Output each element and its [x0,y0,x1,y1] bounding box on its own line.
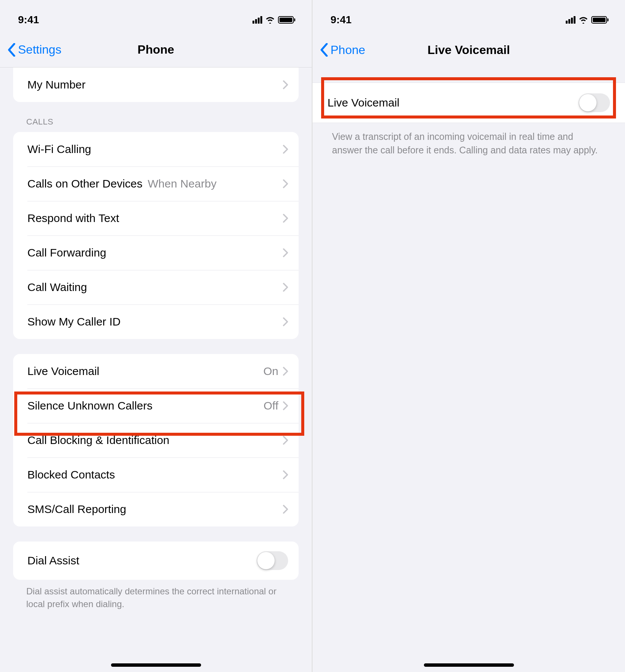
cellular-signal-icon [252,16,262,24]
chevron-right-icon [283,470,288,479]
row-label: SMS/Call Reporting [27,503,283,516]
status-time: 9:41 [331,14,352,26]
row-call-forwarding[interactable]: Call Forwarding [13,236,299,270]
row-live-voicemail-toggle[interactable]: Live Voicemail [312,82,625,123]
status-time: 9:41 [18,14,39,26]
status-bar: 9:41 [312,0,625,32]
chevron-right-icon [283,283,288,292]
row-label: Dial Assist [27,554,257,567]
row-silence-unknown-callers[interactable]: Silence Unknown Callers Off [13,388,299,423]
row-call-waiting[interactable]: Call Waiting [13,270,299,304]
row-blocked-contacts[interactable]: Blocked Contacts [13,458,299,492]
chevron-right-icon [283,401,288,410]
row-label: Call Waiting [27,281,283,294]
row-label: My Number [27,78,283,91]
home-indicator[interactable] [111,663,201,667]
live-voicemail-screen: 9:41 Phone Live Voicemail Live Voicemail… [312,0,625,672]
chevron-right-icon [283,80,288,89]
home-indicator[interactable] [424,663,514,667]
row-show-my-caller-id[interactable]: Show My Caller ID [13,304,299,339]
live-voicemail-toggle[interactable] [578,93,610,112]
battery-icon [278,16,294,24]
dial-assist-toggle[interactable] [257,551,288,570]
content-area: Live Voicemail View a transcript of an i… [312,68,625,172]
row-calls-on-other-devices[interactable]: Calls on Other Devices When Nearby [13,166,299,201]
chevron-left-icon [8,43,16,57]
chevron-right-icon [283,367,288,376]
nav-bar: Settings Phone [0,32,312,68]
row-label: Live Voicemail [328,96,578,109]
row-label: Call Forwarding [27,246,283,259]
status-icons [252,16,294,24]
chevron-right-icon [283,248,288,257]
row-label: Show My Caller ID [27,315,283,328]
wifi-icon [578,16,588,24]
row-my-number[interactable]: My Number [13,68,299,102]
page-title: Live Voicemail [428,43,510,57]
group-voicemail-blocking: Live Voicemail On Silence Unknown Caller… [13,354,299,526]
row-label: Silence Unknown Callers [27,399,264,412]
section-header-calls: CALLS [26,117,289,127]
cellular-signal-icon [566,16,575,24]
row-respond-with-text[interactable]: Respond with Text [13,201,299,236]
row-dial-assist[interactable]: Dial Assist [13,542,299,580]
chevron-right-icon [283,145,288,154]
row-label: Call Blocking & Identification [27,434,283,447]
row-live-voicemail[interactable]: Live Voicemail On [13,354,299,388]
row-wifi-calling[interactable]: Wi-Fi Calling [13,132,299,166]
nav-bar: Phone Live Voicemail [312,32,625,68]
row-value: On [263,365,278,378]
row-call-blocking-identification[interactable]: Call Blocking & Identification [13,423,299,458]
battery-icon [591,16,607,24]
status-icons [566,16,607,24]
row-label: Wi-Fi Calling [27,143,283,156]
row-label: Respond with Text [27,212,283,225]
group-dial-assist: Dial Assist [13,542,299,580]
back-button[interactable]: Settings [8,43,62,57]
row-label: Calls on Other Devices [27,177,143,190]
status-bar: 9:41 [0,0,312,32]
chevron-left-icon [320,43,328,57]
row-label: Blocked Contacts [27,468,283,481]
chevron-right-icon [283,505,288,514]
row-sms-call-reporting[interactable]: SMS/Call Reporting [13,492,299,526]
chevron-right-icon [283,179,288,188]
wifi-icon [265,16,275,24]
chevron-right-icon [283,214,288,223]
row-label: Live Voicemail [27,365,263,378]
dial-assist-footer: Dial assist automatically determines the… [26,585,289,610]
back-button[interactable]: Phone [320,43,365,57]
group-my-number: My Number [13,68,299,102]
live-voicemail-description: View a transcript of an incoming voicema… [332,130,605,157]
back-label: Phone [331,43,365,57]
phone-settings-screen: 9:41 Settings Phone My Number CALLS Wi-F… [0,0,312,672]
page-title: Phone [138,43,174,57]
chevron-right-icon [283,317,288,326]
row-value: When Nearby [148,177,278,190]
row-value: Off [264,399,278,412]
content-area: My Number CALLS Wi-Fi Calling Calls on O… [0,68,312,625]
group-calls: Wi-Fi Calling Calls on Other Devices Whe… [13,132,299,339]
back-label: Settings [18,43,62,57]
chevron-right-icon [283,436,288,445]
